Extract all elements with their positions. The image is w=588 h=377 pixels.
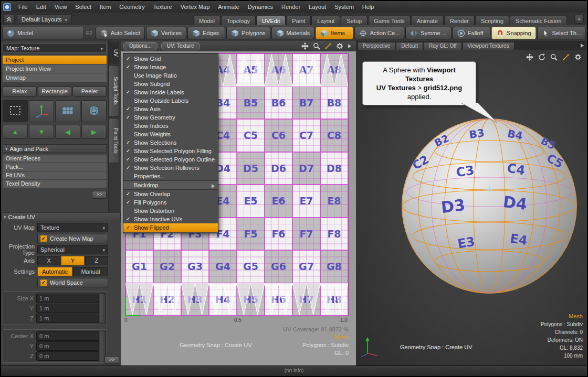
toolbar-button-polygons[interactable]: Polygons (226, 27, 270, 39)
toolbar-button-action-ce[interactable]: Action Ce... (354, 27, 404, 39)
center-field-center-x[interactable]: 0 m (36, 331, 99, 341)
vertical-tab-uv[interactable]: UV (109, 42, 119, 63)
model-preset-button[interactable]: Model (2, 27, 84, 39)
collapse-toolbar-button[interactable] (3, 15, 15, 24)
layout-tab-game-tools[interactable]: Game Tools (368, 16, 411, 25)
viewport-tab-ray-gl-off[interactable]: Ray GL: Off (424, 42, 462, 50)
uv-grid-cell-g7[interactable]: G7 (292, 250, 320, 283)
move-up-button[interactable]: ▲ (3, 125, 28, 139)
menu-option-show-distortion[interactable]: Show Distortion (123, 207, 218, 215)
uv-grid-cell-f8[interactable]: F8 (320, 218, 348, 251)
create-uv-header[interactable]: Create UV (1, 212, 121, 221)
toolbar-button-items[interactable]: Items (316, 27, 353, 39)
align-pack-more-button[interactable]: >> (92, 191, 107, 199)
vertical-tab-sculpt-tools[interactable]: Sculpt Tools (109, 65, 119, 116)
uv-grid-cell-h3[interactable]: H3 (181, 283, 209, 316)
list-item-project[interactable]: Project (3, 56, 107, 64)
menu-item-file[interactable]: File (14, 4, 32, 10)
uv-texture-view-button[interactable]: UV: Texture (161, 42, 200, 50)
move-down-button[interactable]: ▼ (29, 125, 54, 139)
menu-item-dynamics[interactable]: Dynamics (244, 4, 277, 10)
menu-item-animate[interactable]: Animate (214, 4, 243, 10)
uv-grid-cell-c6[interactable]: C6 (265, 119, 292, 152)
uv-grid-cell-h5[interactable]: H5 (237, 283, 265, 316)
layout-tab-topology[interactable]: Topology (221, 16, 256, 25)
axis-x-button[interactable]: X (37, 256, 60, 265)
uv-grid-cell-e5[interactable]: E5 (237, 185, 265, 218)
size-mini-slider[interactable] (100, 293, 106, 324)
uv-grid-cell-b5[interactable]: B5 (237, 87, 265, 120)
menu-option-show-inside-labels[interactable]: ✓Show Inside Labels (123, 88, 218, 96)
more-options-icon[interactable] (348, 44, 352, 49)
uv-grid-cell-h4[interactable]: H4 (209, 283, 237, 316)
menu-option-properties[interactable]: Properties... (123, 172, 218, 180)
menu-item-system[interactable]: System (330, 4, 358, 10)
menu-option-fill-polygons[interactable]: ✓Fill Polygons (123, 198, 218, 207)
pack-button[interactable]: Pack... (3, 163, 107, 171)
list-item-unwrap[interactable]: Unwrap (3, 73, 107, 82)
uv-grid-cell-a7[interactable]: A7 (292, 53, 320, 87)
world-space-checkbox[interactable]: ✓ World Space (37, 278, 108, 287)
projection-type-dropdown[interactable]: Spherical (37, 245, 108, 254)
uv-grid-cell-d6[interactable]: D6 (265, 152, 292, 185)
menu-item-render[interactable]: Render (277, 4, 304, 10)
menu-item-view[interactable]: View (50, 4, 71, 10)
toolbar-button-materials[interactable]: Materials (271, 27, 315, 39)
axis-y-button[interactable]: Y (61, 256, 84, 265)
toolbar-button-auto-select[interactable]: Auto Select (96, 27, 145, 39)
create-new-map-checkbox[interactable]: ✓ Create New Map (37, 234, 108, 243)
uv-grid-cell-a6[interactable]: A6 (265, 53, 292, 87)
menu-option-show-image[interactable]: ✓Show Image (123, 63, 218, 71)
uv-grid-cell-c8[interactable]: C8 (320, 119, 348, 152)
menu-option-show-flipped[interactable]: ✓Show Flipped (123, 223, 218, 232)
uv-grid-cell-g3[interactable]: G3 (181, 250, 209, 283)
menu-item-edit[interactable]: Edit (32, 4, 50, 10)
uv-grid-cell-b8[interactable]: B8 (320, 87, 348, 120)
fit-view-icon[interactable] (324, 42, 332, 50)
vertical-tab-paint-tools[interactable]: Paint Tools (109, 118, 119, 163)
uv-grid-cell-f7[interactable]: F7 (292, 218, 320, 251)
gear-icon[interactable] (574, 53, 582, 61)
menu-item-select[interactable]: Select (71, 4, 96, 10)
viewport-tab-viewport-textures[interactable]: Viewport Textures (463, 42, 514, 50)
uv-canvas[interactable]: A1A2A3A4A5A6A7A8B1B2B3B4B5B6B7B8C1C2C3C4… (121, 51, 356, 366)
uv-grid-cell-e6[interactable]: E6 (265, 185, 292, 218)
layout-tab-paint[interactable]: Paint (286, 16, 311, 25)
uv-grid-cell-d5[interactable]: D5 (237, 152, 265, 185)
size-field-z[interactable]: 1 m (36, 314, 99, 323)
map-texture-dropdown[interactable]: Map: Texture (3, 44, 107, 52)
toolbar-button-snapping[interactable]: Snapping (491, 27, 536, 39)
uv-sphere-button[interactable] (81, 100, 107, 122)
menu-item-vertex-map[interactable]: Vertex Map (176, 4, 214, 10)
uv-grid-cell-h7[interactable]: H7 (292, 283, 320, 316)
layout-tab-layout[interactable]: Layout (311, 16, 340, 25)
menu-option-show-selected-polygon-outline[interactable]: ✓Show Selected Polygon Outline (123, 155, 218, 164)
rectangle-button[interactable]: Rectangle (38, 87, 72, 96)
menu-item-item[interactable]: Item (96, 4, 115, 10)
texel-density-button[interactable]: Texel Density (3, 180, 107, 188)
uv-grid-cell-c7[interactable]: C7 (292, 119, 320, 152)
toolbar-button-falloff[interactable]: Falloff (453, 27, 490, 39)
menu-option-backdrop[interactable]: Backdrop (123, 180, 218, 190)
uv-grid-cell-e8[interactable]: E8 (320, 185, 348, 218)
move-right-button[interactable]: ▶ (81, 125, 107, 139)
uv-grid-cell-g1[interactable]: G1 (125, 250, 153, 283)
zoom-icon[interactable] (313, 42, 320, 50)
uv-grid-cell-c5[interactable]: C5 (237, 119, 265, 152)
uv-grid-cell-g4[interactable]: G4 (209, 250, 237, 283)
layout-tab-setup[interactable]: Setup (341, 16, 368, 25)
viewport-canvas[interactable]: B2B3B4B5C2C3C4C5D3D4E3E4 A Sphere with V… (356, 50, 587, 366)
uv-grid-cell-e7[interactable]: E7 (292, 185, 320, 218)
uv-grid-cell-a5[interactable]: A5 (237, 53, 265, 87)
menu-option-show-subgrid[interactable]: Show Subgrid (123, 80, 218, 88)
uv-map-dropdown[interactable]: Texture (37, 223, 108, 232)
viewport-tab-default[interactable]: Default (396, 42, 423, 50)
uv-box-button[interactable] (55, 100, 80, 122)
orient-pieces-button[interactable]: Orient Pieces (3, 155, 107, 163)
menu-option-show-outside-labels[interactable]: Show Outside Labels (123, 96, 218, 105)
uv-grid-cell-g6[interactable]: G6 (265, 250, 292, 283)
peeler-button[interactable]: Peeler (72, 87, 107, 96)
size-field-size-x[interactable]: 1 m (36, 294, 99, 303)
uv-grid-cell-g2[interactable]: G2 (153, 250, 181, 283)
toolbar-button-vertices[interactable]: Vertices (146, 27, 186, 39)
